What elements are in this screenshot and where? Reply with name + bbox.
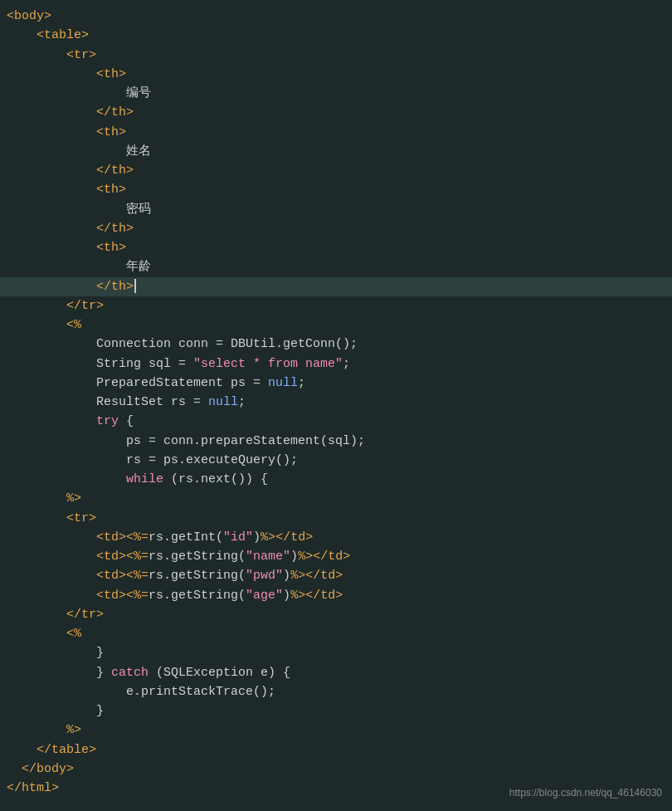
line-8: 姓名 bbox=[0, 142, 672, 161]
line-37: } bbox=[0, 701, 672, 721]
line-32: </tr> bbox=[0, 605, 672, 624]
line-40: </body> bbox=[0, 760, 672, 779]
line-30: <td><%=rs.getString("pwd")%></td> bbox=[0, 566, 672, 585]
line-22: try { bbox=[0, 412, 672, 431]
line-28: <td><%=rs.getInt("id")%></td> bbox=[0, 528, 672, 547]
line-12: </th> bbox=[0, 219, 672, 238]
line-24: rs = ps.executeQuery(); bbox=[0, 451, 672, 470]
line-26: %> bbox=[0, 489, 672, 508]
line-23: ps = conn.prepareStatement(sql); bbox=[0, 432, 672, 451]
watermark: https://blog.csdn.net/qq_46146030 bbox=[509, 785, 662, 801]
line-38: %> bbox=[0, 721, 672, 740]
line-33: <% bbox=[0, 624, 672, 643]
line-36: e.printStackTrace(); bbox=[0, 682, 672, 701]
line-19: String sql = "select * from name"; bbox=[0, 354, 672, 374]
line-18: Connection conn = DBUtil.getConn(); bbox=[0, 335, 672, 354]
line-21: ResultSet rs = null; bbox=[0, 393, 672, 412]
line-14: 年龄 bbox=[0, 257, 672, 276]
line-17: <% bbox=[0, 315, 672, 335]
line-34: } bbox=[0, 643, 672, 662]
line-10: <th> bbox=[0, 180, 672, 199]
line-6: </th> bbox=[0, 103, 672, 122]
line-27: <tr> bbox=[0, 509, 672, 528]
line-13: <th> bbox=[0, 238, 672, 257]
line-5: 编号 bbox=[0, 84, 672, 103]
line-11: 密码 bbox=[0, 200, 672, 219]
line-16: </tr> bbox=[0, 296, 672, 315]
line-31: <td><%=rs.getString("age")%></td> bbox=[0, 586, 672, 605]
line-1: <body> bbox=[0, 7, 672, 26]
line-7: <th> bbox=[0, 123, 672, 142]
line-2: <table> bbox=[0, 26, 672, 45]
line-4: <th> bbox=[0, 65, 672, 84]
line-9: </th> bbox=[0, 161, 672, 180]
line-15: </th> bbox=[0, 277, 672, 296]
line-3: <tr> bbox=[0, 46, 672, 65]
line-35: } catch (SQLException e) { bbox=[0, 663, 672, 682]
line-39: </table> bbox=[0, 740, 672, 760]
code-editor: <body> <table> <tr> <th> 编号 </th> <th> 姓… bbox=[0, 0, 672, 804]
line-25: while (rs.next()) { bbox=[0, 470, 672, 489]
line-29: <td><%=rs.getString("name")%></td> bbox=[0, 547, 672, 566]
line-20: PreparedStatement ps = null; bbox=[0, 374, 672, 393]
